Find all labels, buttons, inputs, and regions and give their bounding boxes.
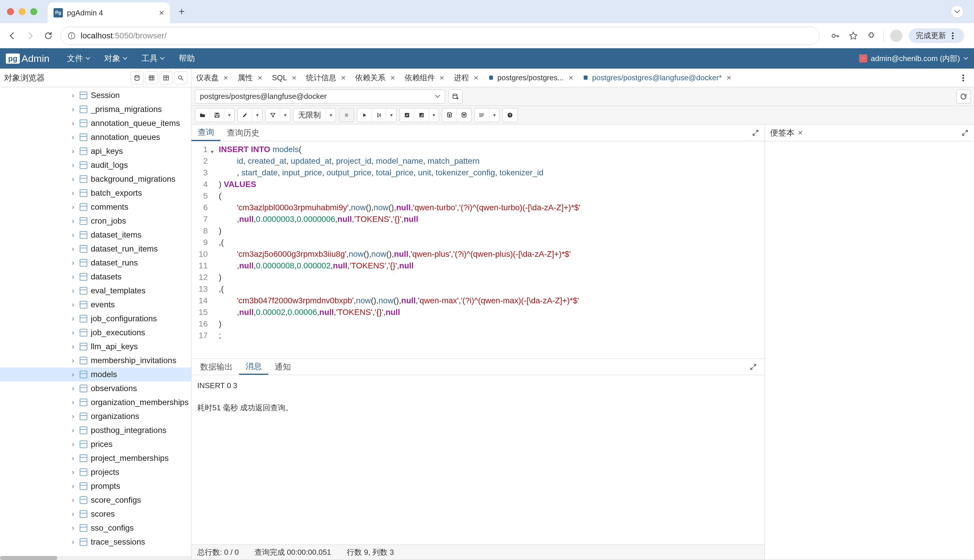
menu-object[interactable]: 对象 xyxy=(104,53,127,64)
sidebar-tool-query-icon[interactable] xyxy=(130,72,144,84)
explain-analyze-button[interactable] xyxy=(400,108,414,122)
rollback-button[interactable] xyxy=(457,108,471,122)
expand-chevron-icon[interactable]: › xyxy=(70,496,76,504)
tree-table-item[interactable]: ›annotation_queue_items xyxy=(0,116,191,130)
pgadmin-tab[interactable]: SQL× xyxy=(267,68,301,87)
expand-chevron-icon[interactable]: › xyxy=(70,147,76,155)
pgadmin-logo[interactable]: pgAdmin xyxy=(6,53,50,64)
tree-table-item[interactable]: ›llm_api_keys xyxy=(0,340,191,353)
limit-select[interactable]: 无限制 xyxy=(294,108,326,122)
subtab-query[interactable]: 查询 xyxy=(191,125,221,141)
bookmark-star-icon[interactable] xyxy=(847,30,859,42)
expand-chevron-icon[interactable]: › xyxy=(70,287,76,295)
tabs-more-icon[interactable] xyxy=(959,75,967,82)
expand-chevron-icon[interactable]: › xyxy=(70,482,76,490)
expand-chevron-icon[interactable]: › xyxy=(70,524,76,532)
expand-chevron-icon[interactable]: › xyxy=(70,231,76,239)
window-close-dot[interactable] xyxy=(7,8,14,15)
expand-chevron-icon[interactable]: › xyxy=(70,510,76,518)
tree-table-item[interactable]: ›dataset_run_items xyxy=(0,242,191,256)
expand-chevron-icon[interactable]: › xyxy=(70,161,76,169)
tree-table-item[interactable]: ›dataset_runs xyxy=(0,256,191,270)
tree-table-item[interactable]: ›api_keys xyxy=(0,144,191,158)
nav-reload-icon[interactable] xyxy=(42,30,54,42)
expand-chevron-icon[interactable]: › xyxy=(70,384,76,393)
tree-table-item[interactable]: ›observations xyxy=(0,382,191,395)
tree-table-item[interactable]: ›job_configurations xyxy=(0,312,191,326)
sidebar-tool-filter-icon[interactable] xyxy=(160,72,172,84)
tree-table-item[interactable]: ›cron_jobs xyxy=(0,214,191,228)
tab-close-icon[interactable]: × xyxy=(159,8,164,18)
tree-table-item[interactable]: ›trace_sessions xyxy=(0,535,191,549)
tree-table-item[interactable]: ›annotation_queues xyxy=(0,130,191,144)
macros-dropdown-icon[interactable]: ▾ xyxy=(490,108,499,122)
expand-chevron-icon[interactable]: › xyxy=(70,468,76,476)
tree-table-item[interactable]: ›prompts xyxy=(0,479,191,493)
tree-table-item[interactable]: ›audit_logs xyxy=(0,158,191,172)
execute-button[interactable] xyxy=(357,108,372,122)
nav-back-icon[interactable] xyxy=(7,30,18,42)
maximize-icon[interactable] xyxy=(961,129,969,137)
edit-button[interactable] xyxy=(238,108,252,122)
close-icon[interactable]: × xyxy=(257,73,262,83)
expand-chevron-icon[interactable]: › xyxy=(70,245,76,253)
save-button[interactable] xyxy=(210,108,224,122)
help-button[interactable]: ? xyxy=(503,108,517,122)
tree-table-item[interactable]: ›background_migrations xyxy=(0,172,191,186)
password-key-icon[interactable] xyxy=(829,30,841,42)
macros-button[interactable] xyxy=(475,108,490,122)
tree-table-item[interactable]: ›prices xyxy=(0,437,191,451)
menu-file[interactable]: 文件 xyxy=(67,53,90,64)
code-content[interactable]: INSERT INTO models( id, created_at, upda… xyxy=(212,141,765,358)
horizontal-scrollbar[interactable] xyxy=(0,556,191,560)
close-icon[interactable]: × xyxy=(341,73,346,83)
limit-dropdown-icon[interactable]: ▾ xyxy=(326,108,336,122)
pgadmin-tab[interactable]: 仪表盘× xyxy=(191,68,233,87)
filter-button[interactable] xyxy=(266,108,280,122)
new-connection-button[interactable] xyxy=(449,90,463,103)
window-minimize-dot[interactable] xyxy=(18,8,26,15)
expand-chevron-icon[interactable]: › xyxy=(70,273,76,281)
tree-table-item[interactable]: ›datasets xyxy=(0,270,191,284)
output-tab-messages[interactable]: 消息 xyxy=(239,359,268,375)
close-icon[interactable]: × xyxy=(224,73,228,83)
tree-table-item[interactable]: ›project_memberships xyxy=(0,451,191,465)
connection-select[interactable]: postgres/postgres@langfuse@docker xyxy=(195,90,445,103)
tree-table-item[interactable]: ›_prisma_migrations xyxy=(0,102,191,116)
execute-dropdown-icon[interactable]: ▾ xyxy=(386,108,396,122)
tab-list-chevron-icon[interactable] xyxy=(951,5,964,18)
pgadmin-tab[interactable]: 进程× xyxy=(449,68,483,87)
tree-table-item[interactable]: ›job_executions xyxy=(0,326,191,340)
commit-button[interactable] xyxy=(442,108,457,122)
tree-table-item[interactable]: ›dataset_items xyxy=(0,228,191,242)
menu-tools[interactable]: 工具 xyxy=(141,53,165,64)
tree-table-item[interactable]: ›models xyxy=(0,368,191,382)
pgadmin-tab[interactable]: postgres/postgres@langfuse@docker*× xyxy=(578,68,736,87)
close-icon[interactable]: × xyxy=(439,73,444,83)
save-dropdown-icon[interactable]: ▾ xyxy=(224,108,234,122)
output-tab-notify[interactable]: 通知 xyxy=(268,359,297,375)
tree-table-item[interactable]: ›Session xyxy=(0,88,191,102)
maximize-icon[interactable] xyxy=(749,363,757,371)
browser-update-button[interactable]: 完成更新 xyxy=(909,28,964,43)
tree-table-item[interactable]: ›membership_invitations xyxy=(0,353,191,368)
window-maximize-dot[interactable] xyxy=(30,8,37,15)
new-tab-button[interactable]: + xyxy=(179,5,185,18)
tree-table-item[interactable]: ›score_configs xyxy=(0,493,191,507)
expand-chevron-icon[interactable]: › xyxy=(70,203,76,211)
expand-chevron-icon[interactable]: › xyxy=(70,370,76,378)
sidebar-tool-table-icon[interactable] xyxy=(145,72,158,84)
expand-chevron-icon[interactable]: › xyxy=(70,538,76,546)
explain-button[interactable] xyxy=(372,108,386,122)
close-icon[interactable]: × xyxy=(798,128,803,138)
expand-chevron-icon[interactable]: › xyxy=(70,328,76,337)
tree-table-item[interactable]: ›organizations xyxy=(0,409,191,423)
explain-options-button[interactable] xyxy=(414,108,429,122)
sql-editor[interactable]: 1▾234567891011121314151617 INSERT INTO m… xyxy=(191,141,765,358)
edit-dropdown-icon[interactable]: ▾ xyxy=(252,108,262,122)
browser-tab[interactable]: Pg pgAdmin 4 × xyxy=(48,2,170,23)
object-tree[interactable]: ›Session›_prisma_migrations›annotation_q… xyxy=(0,87,191,556)
expand-chevron-icon[interactable]: › xyxy=(70,412,76,420)
expand-chevron-icon[interactable]: › xyxy=(70,189,76,197)
expand-chevron-icon[interactable]: › xyxy=(70,91,76,100)
